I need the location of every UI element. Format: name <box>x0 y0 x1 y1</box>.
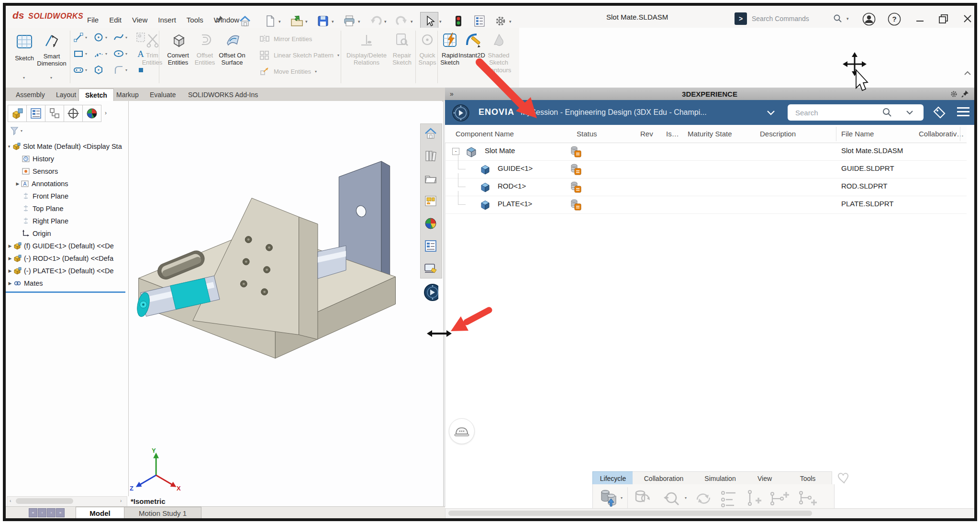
tree-item-mates[interactable]: ▶ Mates <box>6 277 126 289</box>
arc-tool[interactable] <box>93 48 104 59</box>
settings-dropdown[interactable]: ▾ <box>509 19 512 24</box>
row-collapse-toggle[interactable]: - <box>452 148 459 155</box>
shaded-sketch-contours-button[interactable]: Shaded Sketch Contours <box>485 31 512 84</box>
options-list-icon[interactable] <box>473 14 486 28</box>
spline-dropdown[interactable]: ▾ <box>125 35 127 40</box>
tree-scroll-thumb[interactable] <box>16 498 73 504</box>
scroll-right-arrow[interactable]: › <box>120 498 122 503</box>
undo-button[interactable] <box>369 14 382 28</box>
open-dropdown[interactable]: ▾ <box>305 19 308 24</box>
tree-h-scrollbar[interactable]: ‹ › <box>7 496 127 507</box>
tree-item-sensors[interactable]: Sensors <box>6 165 142 177</box>
tree-item-rod[interactable]: ▶ (-) ROD<1> (Default) <<Defa <box>6 252 126 264</box>
assistant-helmet-button[interactable] <box>449 418 475 444</box>
scroll-left-arrow[interactable]: ‹ <box>10 498 11 503</box>
dx-panel-h-scrollbar[interactable] <box>445 508 975 519</box>
table-row-rod[interactable]: ROD<1> ROD.SLDPRT <box>445 178 967 196</box>
smart-dimension-button[interactable]: Smart Dimension ▾ <box>35 31 68 84</box>
design-library-icon[interactable] <box>423 148 438 164</box>
ribbon-collapse-chevron[interactable] <box>964 69 971 78</box>
3dexperience-compass-icon[interactable] <box>423 285 438 300</box>
tab-layout[interactable]: Layout <box>50 89 82 100</box>
col-rev[interactable]: Rev <box>640 125 653 143</box>
print-dropdown[interactable]: ▾ <box>358 19 360 24</box>
tree-item-front-plane[interactable]: Front Plane <box>6 190 142 202</box>
command-search-icon[interactable]: > <box>735 12 747 25</box>
undo-dropdown[interactable]: ▾ <box>384 19 387 24</box>
redo-button[interactable] <box>395 14 409 28</box>
tag-icon[interactable] <box>932 105 947 120</box>
dx-search-input[interactable] <box>794 108 882 117</box>
convert-entities-button[interactable]: Convert Entities <box>165 31 191 84</box>
tree-item-plate[interactable]: ▶ (-) PLATE<1> (Default) <<De <box>6 265 126 277</box>
redo-dropdown[interactable]: ▾ <box>411 19 413 24</box>
save-dropdown[interactable]: ▾ <box>332 19 334 24</box>
save-button[interactable] <box>316 14 330 28</box>
help-icon[interactable]: ? <box>888 12 901 26</box>
col-component-name[interactable]: Component Name <box>456 125 514 143</box>
dx-panel-expand-button[interactable]: » <box>450 90 454 98</box>
print-button[interactable] <box>343 14 356 28</box>
explore-dropdown-caret[interactable]: ▾ <box>685 496 687 500</box>
add-branch-alt-icon[interactable] <box>798 489 819 508</box>
assembly-manager-tab[interactable] <box>8 105 27 122</box>
col-file-name[interactable]: File Name <box>841 125 874 143</box>
col-collaborative[interactable]: Collaborativ… <box>919 125 964 143</box>
tree-item-history[interactable]: History <box>6 153 142 165</box>
menu-file[interactable]: File <box>82 14 103 25</box>
sync-arrows-icon[interactable] <box>693 489 713 508</box>
trim-entities-button[interactable]: Trim Entities <box>141 31 164 84</box>
minimize-button[interactable] <box>912 12 928 25</box>
ellipse-dropdown[interactable]: ▾ <box>125 52 127 56</box>
tab-markup[interactable]: Markup <box>110 89 145 100</box>
tab-evaluate[interactable]: Evaluate <box>144 89 182 100</box>
line-tool[interactable] <box>73 32 84 43</box>
appearances-sphere-icon[interactable] <box>423 216 438 231</box>
circle-dropdown[interactable]: ▾ <box>105 35 107 40</box>
search-scope-dropdown[interactable]: ▾ <box>846 16 849 21</box>
hamburger-menu-icon[interactable] <box>957 107 969 116</box>
dx-scroll-thumb[interactable] <box>448 511 812 516</box>
line-dropdown[interactable]: ▾ <box>85 35 87 40</box>
offset-on-surface-button[interactable]: Offset On Surface <box>218 31 246 84</box>
menu-insert[interactable]: Insert <box>153 14 181 25</box>
tab-strip-expand-chevron[interactable]: › <box>101 105 110 121</box>
new-document-dropdown[interactable]: ▾ <box>278 19 281 24</box>
menu-view[interactable]: View <box>127 14 152 25</box>
tab-nav-prev[interactable]: ‹ <box>38 508 46 517</box>
smart-dimension-dropdown[interactable]: ▾ <box>50 76 52 80</box>
favorite-heart-icon[interactable] <box>837 473 851 484</box>
add-branch-icon[interactable] <box>769 489 790 508</box>
tree-item-annotations[interactable]: ▶ A Annotations <box>6 178 134 190</box>
action-tab-collaboration[interactable]: Collaboration <box>633 471 695 485</box>
tree-filter-button[interactable]: ▾ <box>10 126 22 135</box>
move-entities-dropdown[interactable]: ▾ <box>315 69 317 74</box>
arc-dropdown[interactable]: ▾ <box>105 52 107 56</box>
user-account-icon[interactable] <box>862 12 876 26</box>
dx-search-dropdown-chevron[interactable] <box>906 111 913 115</box>
filter-dropdown[interactable]: ▾ <box>21 129 22 133</box>
sketch-dropdown[interactable]: ▾ <box>23 76 25 80</box>
view-palette-icon[interactable] <box>423 193 438 209</box>
new-document-button[interactable] <box>264 14 277 28</box>
session-label[interactable]: MySession - Engineering Design (3DX Edu … <box>521 108 707 117</box>
tab-solidworks-addins[interactable]: SOLIDWORKS Add-Ins <box>182 89 264 100</box>
configuration-manager-tab[interactable] <box>64 105 83 122</box>
spline-tool[interactable] <box>113 32 124 43</box>
col-is[interactable]: Is… <box>666 125 679 143</box>
rectangle-tool[interactable] <box>73 48 84 59</box>
fillet-dropdown[interactable]: ▾ <box>125 68 127 72</box>
display-manager-tab[interactable] <box>83 105 101 122</box>
settings-gear-icon[interactable] <box>494 14 507 28</box>
action-tab-lifecycle[interactable]: Lifecycle <box>592 471 634 485</box>
tab-model[interactable]: Model <box>76 507 124 519</box>
tree-rollback-bar[interactable] <box>6 291 125 293</box>
quick-snaps-button[interactable]: Quick Snaps <box>417 31 437 84</box>
close-button[interactable] <box>959 12 976 25</box>
menu-tools[interactable]: Tools <box>182 14 208 25</box>
repair-sketch-button[interactable]: Repair Sketch <box>390 31 413 84</box>
offset-entities-button[interactable]: Offset Entities <box>192 31 217 84</box>
home-button[interactable] <box>238 14 252 28</box>
explore-search-icon[interactable] <box>663 489 683 508</box>
graphics-viewport[interactable]: Y X Z *Isometric <box>129 101 442 507</box>
